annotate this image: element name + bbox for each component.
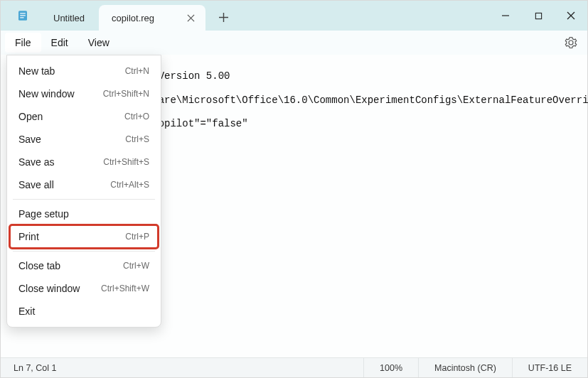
menu-item-shortcut: Ctrl+Shift+N xyxy=(103,89,149,99)
menu-item-save-all[interactable]: Save all Ctrl+Alt+S xyxy=(10,173,158,196)
menu-item-shortcut: Ctrl+O xyxy=(124,112,149,122)
menu-item-save-as[interactable]: Save as Ctrl+Shift+S xyxy=(10,151,158,173)
maximize-button[interactable] xyxy=(522,1,555,31)
menu-item-exit[interactable]: Exit xyxy=(10,300,158,323)
menu-item-shortcut: Ctrl+Alt+S xyxy=(110,180,149,190)
menu-item-shortcut: Ctrl+Shift+W xyxy=(101,284,149,293)
menu-item-new-window[interactable]: New window Ctrl+Shift+N xyxy=(10,82,158,105)
menu-item-label: Open xyxy=(18,111,43,122)
menu-item-label: New tab xyxy=(18,65,55,77)
svg-rect-4 xyxy=(535,13,541,18)
menu-item-label: Close window xyxy=(18,283,80,294)
menu-item-label: Save xyxy=(18,134,41,145)
menu-item-print[interactable]: Print Ctrl+P xyxy=(10,225,158,248)
tab-untitled[interactable]: Untitled xyxy=(41,5,97,31)
window-controls xyxy=(489,1,587,31)
tab-label: Untitled xyxy=(53,13,85,23)
menu-item-page-setup[interactable]: Page setup xyxy=(10,202,158,225)
menu-item-shortcut: Ctrl+Shift+S xyxy=(103,157,149,167)
titlebar: Untitled copilot.reg xyxy=(1,1,587,31)
new-tab-button[interactable] xyxy=(211,5,235,29)
app-window: Untitled copilot.reg File Edit View xyxy=(0,0,588,378)
status-zoom[interactable]: 100% xyxy=(363,358,418,377)
menu-item-shortcut: Ctrl+N xyxy=(125,66,149,76)
menu-item-label: Print xyxy=(18,231,39,242)
menu-item-save[interactable]: Save Ctrl+S xyxy=(10,128,158,151)
status-encoding[interactable]: UTF-16 LE xyxy=(512,358,587,377)
gear-icon xyxy=(565,36,577,49)
menu-file[interactable]: File xyxy=(5,33,41,53)
menu-view[interactable]: View xyxy=(78,33,119,53)
editor-area[interactable]: Windows Registry Editor Version 5.00 [HK… xyxy=(1,55,587,357)
menu-item-label: Save as xyxy=(18,156,55,168)
minimize-button[interactable] xyxy=(489,1,522,31)
menu-item-close-window[interactable]: Close window Ctrl+Shift+W xyxy=(10,277,158,300)
close-tab-icon[interactable] xyxy=(183,10,198,26)
menu-item-label: Exit xyxy=(18,306,35,317)
svg-rect-3 xyxy=(20,17,23,18)
notepad-app-icon xyxy=(16,9,29,22)
menu-separator xyxy=(13,251,155,252)
menu-item-shortcut: Ctrl+W xyxy=(123,261,149,271)
menu-item-close-tab[interactable]: Close tab Ctrl+W xyxy=(10,254,158,277)
menu-item-label: Save all xyxy=(18,179,54,190)
tab-label: copilot.reg xyxy=(112,13,154,23)
menu-edit[interactable]: Edit xyxy=(41,33,78,53)
status-line-ending[interactable]: Macintosh (CR) xyxy=(418,358,512,377)
menu-item-new-tab[interactable]: New tab Ctrl+N xyxy=(10,60,158,82)
statusbar: Ln 7, Col 1 100% Macintosh (CR) UTF-16 L… xyxy=(1,357,587,377)
menu-item-label: New window xyxy=(18,88,75,99)
svg-rect-2 xyxy=(20,15,26,16)
close-window-button[interactable] xyxy=(555,1,587,31)
menu-separator xyxy=(13,199,155,200)
menubar: File Edit View xyxy=(1,31,587,55)
menu-item-open[interactable]: Open Ctrl+O xyxy=(10,105,158,128)
menu-item-shortcut: Ctrl+S xyxy=(125,134,149,144)
tab-copilot-reg[interactable]: copilot.reg xyxy=(99,5,205,31)
status-cursor-position: Ln 7, Col 1 xyxy=(1,363,69,373)
svg-rect-1 xyxy=(20,13,26,14)
settings-button[interactable] xyxy=(562,33,580,52)
menu-item-shortcut: Ctrl+P xyxy=(125,232,149,242)
file-menu-dropdown: New tab Ctrl+N New window Ctrl+Shift+N O… xyxy=(6,55,161,328)
menu-item-label: Page setup xyxy=(18,208,69,220)
menu-item-label: Close tab xyxy=(18,260,60,271)
